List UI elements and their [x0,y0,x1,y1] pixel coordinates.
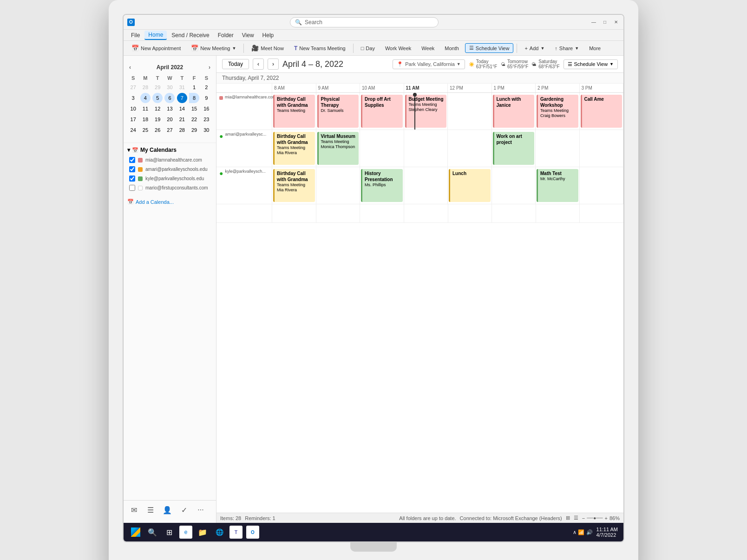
view-selector[interactable]: ☰ Schedule View ▼ [564,59,618,69]
cal-day-15[interactable]: 15 [189,104,199,114]
cal-day-27[interactable]: 27 [164,125,175,135]
kyle-lunch-event[interactable]: Lunch [449,169,491,202]
cal-day-18[interactable]: 18 [140,114,151,124]
my-calendars-header[interactable]: ▾ 📅 My Calendars [127,147,212,153]
edge-browser-icon[interactable]: e [179,526,192,539]
amari-birthday-event[interactable]: Birthday Call with Grandma Teams Meeting… [273,132,315,165]
cal-day-16[interactable]: 16 [201,104,211,114]
cal-day-5[interactable]: 5 [152,93,163,103]
day-view-button[interactable]: □ Day [357,44,379,53]
cal-day-21[interactable]: 21 [177,114,187,124]
cal-day-3[interactable]: 3 [128,93,138,103]
month-button[interactable]: Month [440,44,463,53]
cal-day-25[interactable]: 25 [140,125,151,135]
menu-folder[interactable]: Folder [214,31,237,39]
cal-mia-checkbox[interactable] [129,157,135,163]
new-appointment-button[interactable]: 📅 New Appointment [127,43,185,53]
cal-day-29[interactable]: 29 [189,125,199,135]
cal-day-14[interactable]: 14 [177,104,187,114]
mia-physicaltherapy-event[interactable]: Physical Therapy Dr. Samuels [317,95,359,128]
menu-home[interactable]: Home [144,31,167,40]
cal-day-9[interactable]: 9 [201,93,211,103]
cal-day-10[interactable]: 10 [128,104,138,114]
mini-cal-next[interactable]: › [207,63,212,72]
mia-birthday-event[interactable]: Birthday Call with Grandma Teams Meeting [273,95,315,128]
search-taskbar-button[interactable]: 🔍 [146,526,159,539]
amari-museum-event[interactable]: Virtual Museum Teams Meeting Monica Thom… [317,132,359,165]
calendar-mario[interactable]: mario@firstupconsultants.com [127,184,212,192]
calendar-mia[interactable]: mia@lamnahealthcare.com [127,156,212,164]
mia-call-event[interactable]: Call Ame [581,95,622,128]
share-button[interactable]: ↑ Share ▼ [550,44,583,53]
menu-view[interactable]: View [238,31,258,39]
kyle-birthday-event[interactable]: Birthday Call with Grandma Teams Meeting… [273,169,315,202]
mia-lunch-event[interactable]: Lunch with Janice [493,95,535,128]
cal-day-11[interactable]: 11 [140,104,151,114]
cal-amari-checkbox[interactable] [129,166,135,172]
more-nav-icon[interactable]: ··· [194,503,207,516]
outlook-taskbar-icon[interactable]: O [246,526,259,539]
chrome-icon[interactable]: 🌐 [213,526,226,539]
cal-day-12[interactable]: 12 [152,104,163,114]
zoom-in-icon[interactable]: + [605,515,608,521]
next-week-button[interactable]: › [268,59,279,70]
location-selector[interactable]: 📍 Park Valley, California ▼ [393,59,465,69]
cal-day-26[interactable]: 26 [152,125,163,135]
cal-day-13[interactable]: 13 [164,104,175,114]
menu-send-receive[interactable]: Send / Receive [168,31,213,39]
mia-budget-event[interactable]: Budget Meeting Teams Meeting Stephen Cle… [405,95,447,128]
cal-day-31-prev[interactable]: 31 [177,82,187,92]
cal-mario-checkbox[interactable] [129,185,135,191]
people-nav-icon[interactable]: 👤 [161,503,174,516]
menu-file[interactable]: File [127,31,144,39]
cal-day-24[interactable]: 24 [128,125,138,135]
windows-start-button[interactable] [129,526,142,539]
zoom-slider[interactable]: ──●── [587,515,603,521]
tasks-nav-icon[interactable]: ✓ [177,503,190,516]
kyle-history-event[interactable]: History Presentation Ms. Phillips [361,169,403,202]
cal-day-7[interactable]: 7 [177,93,187,103]
cal-day-22[interactable]: 22 [189,114,199,124]
cal-day-20[interactable]: 20 [164,114,175,124]
cal-day-19[interactable]: 19 [152,114,163,124]
cal-day-28[interactable]: 28 [177,125,187,135]
close-button[interactable]: ✕ [612,19,620,26]
week-button[interactable]: Week [417,44,439,53]
file-explorer-icon[interactable]: 📁 [196,526,209,539]
cal-day-23[interactable]: 23 [201,114,211,124]
mini-cal-prev[interactable]: ‹ [127,63,133,72]
schedule-view-button[interactable]: ☰ Schedule View [465,43,514,53]
task-view-button[interactable]: ⊞ [163,526,176,539]
cal-kyle-checkbox[interactable] [129,176,135,182]
cal-day-17[interactable]: 17 [128,114,138,124]
calendar-nav-icon[interactable]: ☰ [144,503,157,516]
meet-now-button[interactable]: 🎥 Meet Now [247,43,288,53]
amari-art-event[interactable]: Work on art project [493,132,535,165]
cal-day-30-prev[interactable]: 30 [164,82,175,92]
mia-gardening-event[interactable]: Gardening Workshop Teams Meeting Craig B… [537,95,578,128]
add-calendar-button[interactable]: 📅 Add a Calenda... [124,197,216,207]
cal-day-1[interactable]: 1 [189,82,199,92]
cal-day-28-prev[interactable]: 28 [140,82,151,92]
mia-art-event[interactable]: Drop off Art Supplies [361,95,403,128]
mail-nav-icon[interactable]: ✉ [127,503,140,516]
prev-week-button[interactable]: ‹ [253,59,264,70]
search-box[interactable]: 🔍 Search [290,17,439,27]
work-week-button[interactable]: Work Week [381,44,415,53]
cal-day-30[interactable]: 30 [201,125,211,135]
add-button[interactable]: + Add ▼ [520,44,549,53]
zoom-out-icon[interactable]: − [582,515,585,521]
cal-day-29-prev[interactable]: 29 [152,82,163,92]
kyle-math-event[interactable]: Math Test Mr. McCarthy [537,169,578,202]
cal-day-27-prev[interactable]: 27 [128,82,138,92]
calendar-amari[interactable]: amari@parkvalleyschools.edu [127,165,212,173]
today-button[interactable]: Today [222,59,249,69]
teams-taskbar-icon[interactable]: T [229,526,242,539]
cal-day-4[interactable]: 4 [140,93,151,103]
cal-day-8[interactable]: 8 [189,93,199,103]
cal-day-2[interactable]: 2 [201,82,211,92]
more-options-button[interactable]: More [585,44,605,53]
menu-help[interactable]: Help [259,31,278,39]
new-meeting-button[interactable]: 📅 New Meeting ▼ [187,43,240,53]
new-teams-meeting-button[interactable]: T New Teams Meeting [290,43,350,53]
